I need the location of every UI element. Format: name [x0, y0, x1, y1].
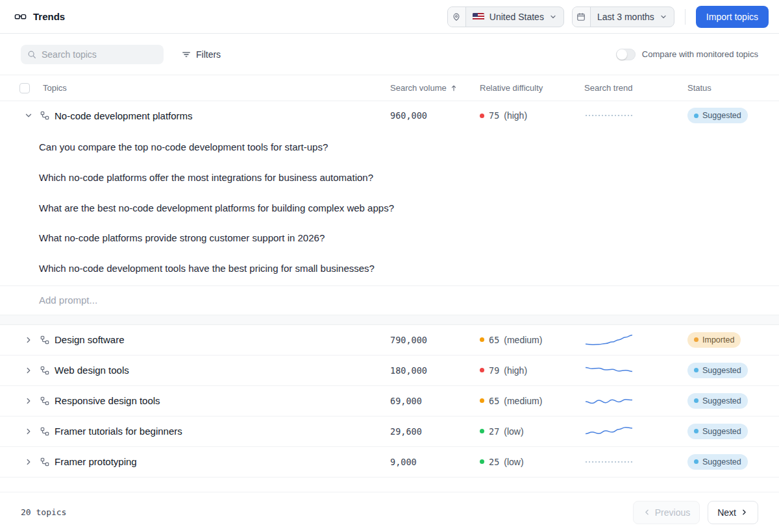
search-volume-value: 69,000 — [390, 396, 480, 406]
topic-name[interactable]: Web design tools — [55, 365, 129, 376]
brand: Trends — [14, 10, 65, 23]
search-trend-sparkline — [584, 362, 634, 379]
difficulty-dot — [480, 459, 484, 464]
compare-toggle[interactable] — [616, 49, 636, 60]
sort-ascending-icon[interactable] — [450, 84, 458, 92]
column-relative-difficulty[interactable]: Relative difficulty — [480, 83, 584, 93]
filters-button[interactable]: Filters — [182, 49, 221, 60]
difficulty-level: (medium) — [504, 396, 542, 406]
page-title: Trends — [33, 11, 65, 22]
status-dot — [694, 368, 699, 372]
difficulty-value: 75 — [489, 110, 499, 121]
topic-name[interactable]: Responsive design tools — [55, 395, 160, 406]
region-selector[interactable]: United States — [447, 6, 564, 27]
search-trend-sparkline — [584, 107, 634, 124]
column-search-volume[interactable]: Search volume — [390, 83, 447, 93]
search-box[interactable] — [21, 45, 164, 64]
divider — [685, 9, 686, 25]
search-volume-value: 9,000 — [390, 457, 480, 467]
status-dot — [694, 398, 699, 403]
prompt-item[interactable]: What no-code platforms provide strong cu… — [39, 223, 402, 254]
search-input[interactable] — [42, 49, 159, 60]
topic-tree-icon — [40, 396, 49, 405]
prompt-item[interactable]: What are the best no-code development pl… — [39, 193, 402, 224]
chevron-right-icon[interactable] — [23, 457, 34, 467]
difficulty-value: 65 — [489, 396, 499, 406]
difficulty-dot — [480, 398, 484, 403]
status-dot — [694, 429, 699, 433]
difficulty-value: 79 — [489, 365, 499, 376]
search-trend-sparkline — [584, 393, 634, 409]
status-badge: Suggested — [687, 363, 748, 378]
topic-tree-icon — [40, 427, 49, 436]
prompt-item[interactable]: Which no-code development tools have the… — [39, 254, 402, 284]
search-trend-sparkline — [584, 332, 634, 348]
column-search-trend[interactable]: Search trend — [584, 83, 687, 93]
chevron-down-icon[interactable] — [23, 110, 34, 121]
chevron-right-icon[interactable] — [23, 335, 34, 345]
region-label: United States — [489, 12, 544, 22]
column-status[interactable]: Status — [687, 83, 779, 93]
difficulty-dot — [480, 368, 484, 372]
table-header: Topics Search volume Relative difficulty… — [0, 75, 779, 101]
table-footer: 20 topics Previous Next — [0, 492, 779, 532]
table-row[interactable]: Design software 790,000 65(medium) Impor… — [0, 325, 779, 356]
topic-name[interactable]: No-code development platforms — [55, 110, 193, 121]
search-icon — [27, 50, 36, 59]
search-trend-sparkline — [584, 453, 634, 470]
search-volume-value: 29,600 — [390, 426, 480, 437]
difficulty-value: 27 — [489, 426, 499, 437]
search-volume-value: 960,000 — [390, 110, 480, 121]
chevron-right-icon — [740, 508, 748, 516]
prompt-list: Can you compare the top no-code developm… — [0, 130, 779, 285]
topic-name[interactable]: Framer tutorials for beginners — [55, 426, 182, 437]
difficulty-level: (medium) — [504, 335, 542, 345]
difficulty-level: (low) — [504, 426, 523, 437]
add-prompt-input[interactable]: Add prompt... — [0, 285, 779, 315]
topic-count: 20 topics — [21, 507, 66, 517]
filter-icon — [182, 50, 191, 59]
previous-button[interactable]: Previous — [633, 501, 700, 524]
status-badge: Suggested — [687, 108, 748, 123]
date-range-selector[interactable]: Last 3 months — [572, 6, 674, 27]
compare-toggle-label: Compare with monitored topics — [642, 49, 758, 59]
table-row[interactable]: No-code development platforms 960,000 75… — [0, 101, 779, 130]
status-badge: Imported — [687, 332, 741, 348]
location-pin-icon — [448, 7, 466, 27]
us-flag-icon — [473, 13, 484, 21]
calendar-icon — [573, 7, 591, 27]
chevron-down-icon — [549, 13, 557, 21]
search-volume-value: 790,000 — [390, 335, 480, 345]
toolbar: Filters Compare with monitored topics — [0, 34, 779, 75]
table-row[interactable]: Framer prototyping 9,000 25(low) Suggest… — [0, 447, 779, 478]
next-button[interactable]: Next — [708, 501, 758, 524]
section-divider — [0, 315, 779, 325]
status-badge: Suggested — [687, 454, 748, 470]
difficulty-level: (high) — [504, 365, 527, 376]
import-topics-button[interactable]: Import topics — [696, 6, 769, 28]
topic-tree-icon — [40, 366, 49, 375]
prompt-item[interactable]: Can you compare the top no-code developm… — [39, 132, 402, 163]
chevron-right-icon[interactable] — [23, 365, 34, 376]
filters-label: Filters — [196, 49, 221, 60]
chevron-right-icon[interactable] — [23, 426, 34, 437]
difficulty-level: (high) — [504, 110, 527, 121]
difficulty-level: (low) — [504, 457, 523, 467]
chevron-down-icon — [660, 13, 667, 21]
chevron-right-icon[interactable] — [23, 396, 34, 406]
table-row[interactable]: Responsive design tools 69,000 65(medium… — [0, 386, 779, 417]
difficulty-value: 65 — [489, 335, 499, 345]
status-dot — [694, 459, 699, 464]
table-row[interactable]: Framer tutorials for beginners 29,600 27… — [0, 417, 779, 447]
table-row[interactable]: Web design tools 180,000 79(high) Sugges… — [0, 356, 779, 386]
status-dot — [694, 337, 699, 342]
compare-control: Compare with monitored topics — [616, 49, 758, 60]
topic-name[interactable]: Design software — [55, 334, 125, 345]
search-trend-sparkline — [584, 423, 634, 440]
select-all-checkbox[interactable] — [19, 83, 30, 93]
topic-tree-icon — [40, 335, 49, 345]
column-topics[interactable]: Topics — [43, 83, 67, 93]
prompt-item[interactable]: Which no-code platforms offer the most i… — [39, 163, 402, 193]
topic-name[interactable]: Framer prototyping — [55, 456, 137, 467]
chevron-left-icon — [643, 508, 651, 516]
